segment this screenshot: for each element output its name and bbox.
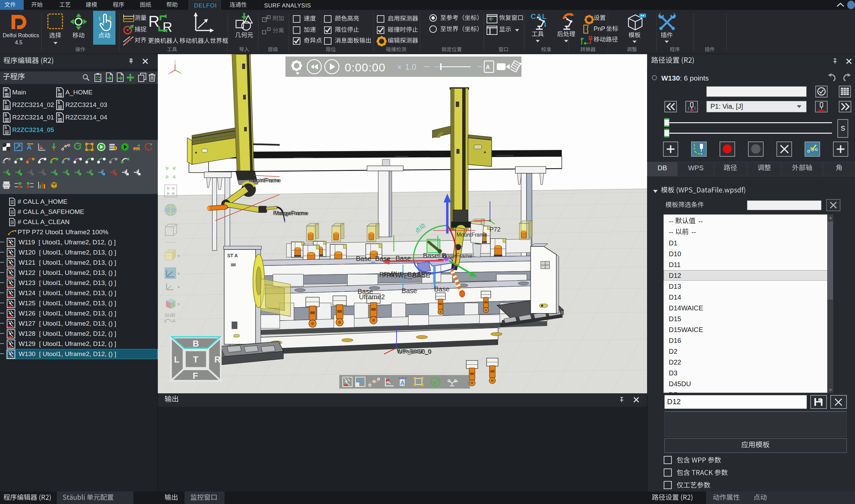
svg-text:S: S [57, 113, 60, 117]
svg-text:L: L [174, 354, 179, 364]
svg-text:ST A: ST A [227, 253, 238, 258]
svg-text:A: A [27, 144, 32, 151]
svg-text:S: S [57, 88, 60, 92]
svg-text:R: R [214, 354, 221, 364]
svg-text:F: F [193, 371, 198, 381]
svg-text:S: S [4, 113, 7, 117]
svg-text:M: M [4, 88, 7, 92]
svg-text:S: S [57, 101, 60, 105]
svg-text:B: B [193, 339, 199, 349]
svg-text:SUB: SUB [164, 312, 175, 318]
svg-text:T: T [193, 354, 198, 364]
svg-text:A: A [400, 380, 405, 386]
svg-text:A: A [486, 64, 490, 70]
svg-text:S: S [4, 126, 7, 130]
svg-text:S: S [4, 101, 7, 105]
